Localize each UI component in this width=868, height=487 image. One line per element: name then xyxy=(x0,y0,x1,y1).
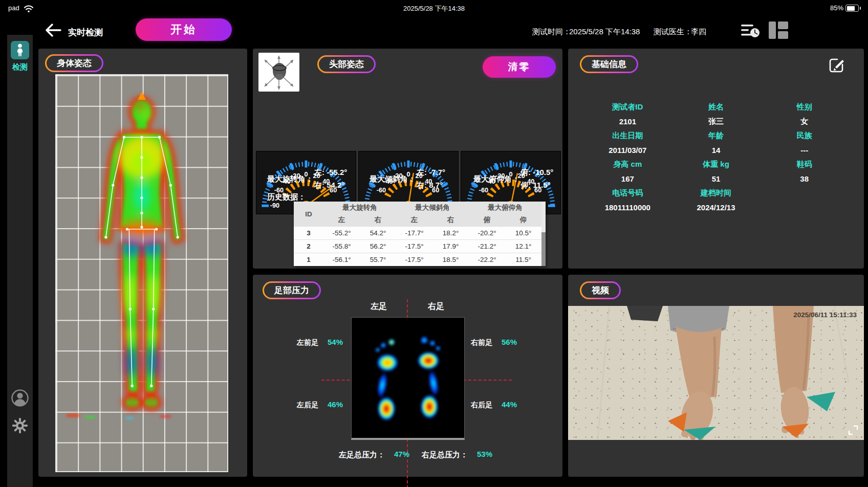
right-fore-value: 56% xyxy=(502,338,517,346)
device-label: pad xyxy=(8,4,19,12)
head-posture-title: 头部姿态 xyxy=(319,57,374,72)
field-label: 建档时间 xyxy=(672,188,761,198)
basic-info-panel: 基础信息 测试者ID 姓名 性别 2101 张三 女 出生日期 年龄 民族 20… xyxy=(568,49,864,269)
table-row[interactable]: 2 -55.8°56.2° -17.5°17.9° -21.2°12.1° xyxy=(294,240,541,253)
left-total-value: 47% xyxy=(394,450,409,458)
field-value: 张三 xyxy=(672,117,761,126)
app-root: pad 2025/5/28 下午14:38 85% 实时检测 开始 测试时间： … xyxy=(0,0,868,487)
video-panel: 视频 xyxy=(568,275,864,477)
head-axes-diagram xyxy=(258,53,299,92)
foot-pressure-title: 足部压力 xyxy=(264,283,319,298)
left-fore-value: 54% xyxy=(328,338,343,346)
right-total-label: 右足总压力： xyxy=(422,450,468,460)
field-label: 姓名 xyxy=(672,102,761,112)
field-label: 性别 xyxy=(760,102,849,112)
field-value: 2024/12/13 xyxy=(672,203,761,212)
test-time-value: 2025/5/28 下午14:38 xyxy=(569,27,640,37)
col-group-rotation: 最大旋转角 xyxy=(323,202,396,214)
foot-pressure-map xyxy=(351,317,465,440)
table-scrollbar[interactable] xyxy=(541,202,546,266)
video-timestamp: 2025/06/11 15:11:33 xyxy=(793,311,857,319)
doctor-name: 李四 xyxy=(691,27,706,37)
back-arrow-button[interactable] xyxy=(45,24,61,37)
status-bar: pad 2025/5/28 下午14:38 85% xyxy=(0,0,868,16)
right-fore-label: 右前足 xyxy=(471,338,492,347)
field-label: 体重 kg xyxy=(672,160,761,169)
col-group-pitch: 最大俯仰角 xyxy=(469,202,541,214)
right-back-label: 右后足 xyxy=(471,401,492,410)
body-heatmap-view xyxy=(55,74,228,472)
history-label: 历史数据： xyxy=(267,192,306,202)
basic-info-title: 基础信息 xyxy=(581,57,637,72)
battery-icon xyxy=(845,5,859,12)
video-title-pill: 视频 xyxy=(580,281,621,299)
history-records-icon[interactable] xyxy=(741,23,760,39)
right-foot-heatmap xyxy=(417,336,441,419)
right-back-value: 44% xyxy=(502,400,517,409)
left-foot-header: 左足 xyxy=(371,301,387,312)
battery-percent: 85% xyxy=(830,4,843,12)
settings-gear-icon[interactable] xyxy=(12,417,28,434)
body-posture-panel: 身体姿态 xyxy=(38,49,247,477)
right-total-value: 53% xyxy=(477,450,492,458)
video-content xyxy=(568,306,864,440)
right-foot-header: 右足 xyxy=(428,301,444,312)
left-fore-label: 左前足 xyxy=(297,338,318,347)
field-value: 167 xyxy=(583,174,672,183)
foot-pressure-title-pill: 足部压力 xyxy=(263,281,321,299)
clear-button[interactable]: 清零 xyxy=(483,56,556,78)
col-id: ID xyxy=(294,202,323,227)
fullscreen-expand-icon[interactable] xyxy=(848,425,859,436)
tilt-stat-label: 最大倾斜角： xyxy=(370,174,416,184)
field-label: 民族 xyxy=(760,131,849,141)
edit-icon[interactable] xyxy=(828,56,845,74)
body-heatmap xyxy=(56,75,227,471)
status-time: 2025/5/28 下午14:38 xyxy=(403,4,465,13)
video-title: 视频 xyxy=(581,283,619,298)
test-time-label: 测试时间： xyxy=(532,27,571,37)
header: 实时检测 开始 测试时间： 2025/5/28 下午14:38 测试医生： 李四 xyxy=(0,16,868,47)
table-row[interactable]: 1 -56.1°55.7° -17.5°18.5° -22.2°11.5° xyxy=(294,253,541,267)
field-value: 38 xyxy=(760,174,849,183)
body-posture-title-pill: 身体姿态 xyxy=(45,54,103,72)
left-back-label: 左后足 xyxy=(297,401,318,410)
head-top-marker xyxy=(138,92,146,100)
left-back-value: 46% xyxy=(328,400,343,409)
basic-info-title-pill: 基础信息 xyxy=(580,55,638,73)
field-label: 年龄 xyxy=(672,131,761,141)
head-posture-panel: 头部姿态 清零 xyxy=(253,49,562,269)
field-label: 测试者ID xyxy=(583,102,672,112)
field-value: --- xyxy=(760,146,849,154)
wifi-icon xyxy=(24,5,34,13)
user-avatar-icon[interactable] xyxy=(11,389,29,407)
history-table: ID 最大旋转角 最大倾斜角 最大俯仰角 左 右 左 右 俯 仰 xyxy=(294,202,546,266)
field-value: 女 xyxy=(760,117,849,126)
video-frame[interactable]: 2025/06/11 15:11:33 xyxy=(568,306,864,440)
field-label: 出生日期 xyxy=(583,131,672,141)
field-value: 51 xyxy=(672,174,761,183)
body-posture-title: 身体姿态 xyxy=(47,56,102,71)
field-value: 14 xyxy=(672,146,761,154)
sidebar-item-detect[interactable] xyxy=(11,41,29,59)
page-title: 实时检测 xyxy=(68,27,103,38)
info-grid: 测试者ID 姓名 性别 2101 张三 女 出生日期 年龄 民族 2011/03… xyxy=(583,100,849,214)
col-group-tilt: 最大倾斜角 xyxy=(396,202,469,214)
field-value: 2101 xyxy=(583,117,672,126)
left-total-label: 左足总压力： xyxy=(339,450,385,460)
person-icon xyxy=(14,43,26,57)
foot-pressure-panel: 足部压力 左足 右足 xyxy=(253,275,562,477)
field-label: 电话号码 xyxy=(583,188,672,198)
head-posture-title-pill: 头部姿态 xyxy=(317,55,376,73)
doctor-label: 测试医生： xyxy=(654,27,692,37)
pitch-stat-label: 最大俯仰角： xyxy=(473,174,519,184)
field-label: 身高 cm xyxy=(583,160,672,169)
field-label: 鞋码 xyxy=(760,160,849,169)
sidebar: 检测 xyxy=(7,35,33,487)
rotation-stat-label: 最大旋转角： xyxy=(267,174,313,184)
start-button[interactable]: 开始 xyxy=(136,18,232,41)
sidebar-item-detect-label: 检测 xyxy=(7,62,33,72)
table-row[interactable]: 3 -55.2°54.2° -17.7°18.2° -20.2°10.5° xyxy=(294,227,541,240)
layout-dashboard-icon[interactable] xyxy=(769,21,788,39)
left-foot-heatmap xyxy=(375,338,399,421)
field-value: 18011110000 xyxy=(583,203,672,212)
